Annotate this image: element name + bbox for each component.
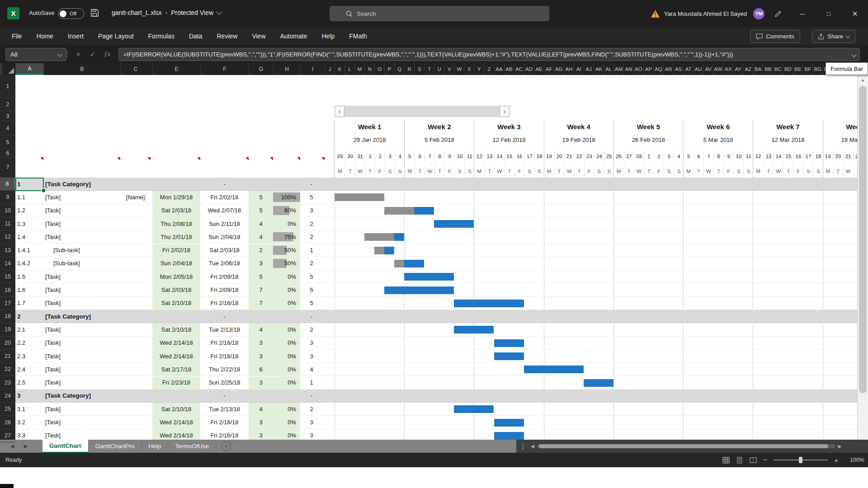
column-header-K[interactable]: K	[335, 63, 344, 75]
column-header-J[interactable]: J	[325, 63, 335, 75]
name-box[interactable]: A8	[5, 48, 66, 61]
scroll-right-button[interactable]: ›	[500, 106, 509, 117]
cell-task[interactable]: [Task]	[45, 350, 145, 362]
cell-workdays[interactable]: 2	[300, 403, 323, 415]
row-header-2[interactable]: 2	[0, 98, 15, 111]
cell-task[interactable]: [Task]	[45, 204, 145, 217]
scroll-up-icon[interactable]: ▲	[858, 76, 868, 84]
ribbon-tab-automate[interactable]: Automate	[273, 27, 315, 45]
cell-days[interactable]: 3	[249, 337, 273, 349]
cell-end[interactable]: Sun 2/04/18	[200, 230, 249, 243]
cell-end[interactable]: Fri 2/16/18	[200, 350, 249, 362]
horizontal-scrollbar[interactable]: ⋮ ◀ ▶	[516, 440, 868, 453]
ribbon-tab-insert[interactable]: Insert	[61, 27, 91, 45]
column-header-BC[interactable]: BC	[773, 63, 783, 75]
ribbon-tab-data[interactable]: Data	[182, 27, 210, 45]
cell-end[interactable]: Fri 2/02/18	[200, 191, 249, 203]
select-all-corner[interactable]	[0, 63, 15, 75]
cell-days[interactable]: 7	[249, 283, 273, 296]
cell-wbs[interactable]: 1.4	[17, 230, 43, 243]
formula-input[interactable]: =IF(ISERROR(VALUE(SUBSTITUTE(prevWBS,"."…	[118, 48, 860, 61]
column-header-X[interactable]: X	[464, 63, 474, 75]
cell-start[interactable]: Mon 1/29/18	[152, 191, 200, 203]
row-header-26[interactable]: 26	[0, 416, 15, 429]
cell-start[interactable]: Sat 2/10/18	[152, 403, 200, 415]
cell-wbs[interactable]: 2.2	[17, 337, 43, 349]
cell-start[interactable]: Wed 2/14/18	[152, 429, 200, 440]
share-button[interactable]: Share	[812, 30, 855, 43]
scroll-left-icon[interactable]: ◀	[531, 444, 534, 449]
scrollbar-thumb[interactable]	[539, 444, 828, 448]
cell-days[interactable]: 4	[249, 323, 273, 336]
cell-wbs[interactable]: 2.5	[17, 376, 43, 389]
column-header-S[interactable]: S	[414, 63, 424, 75]
row-header-1[interactable]: 1	[0, 75, 15, 98]
ribbon-tab-view[interactable]: View	[245, 27, 273, 45]
column-header-AO[interactable]: AO	[633, 63, 643, 75]
cell-days[interactable]: 4	[249, 403, 273, 415]
cell-workdays[interactable]: 5	[300, 270, 323, 283]
cell-pct-done[interactable]: 0%	[273, 416, 300, 428]
cell-pct-done[interactable]: 60%	[273, 204, 300, 217]
cell-end[interactable]: -	[200, 310, 249, 323]
column-header-BD[interactable]: BD	[783, 63, 793, 75]
cell-task[interactable]: [Task]	[45, 270, 145, 283]
zoom-slider[interactable]	[774, 460, 828, 460]
cell-end[interactable]: Tue 2/13/18	[200, 323, 249, 336]
cell-wbs[interactable]: 1.3	[17, 217, 43, 230]
cell-start[interactable]: Sun 2/04/18	[152, 257, 200, 270]
cell-workdays[interactable]: 4	[300, 363, 323, 375]
cell-end[interactable]: Fri 2/09/18	[200, 283, 249, 296]
column-header-R[interactable]: R	[404, 63, 414, 75]
row-header-12[interactable]: 12	[0, 230, 15, 244]
column-header-AC[interactable]: AC	[514, 63, 524, 75]
column-header-BG[interactable]: BG	[812, 63, 822, 75]
cell-days[interactable]: 5	[249, 204, 273, 217]
cell-wbs[interactable]: 3.1	[17, 403, 43, 415]
cell-task[interactable]: [Task]	[45, 376, 145, 389]
column-header-AW[interactable]: AW	[713, 63, 723, 75]
column-header-AG[interactable]: AG	[554, 63, 564, 75]
row-header-21[interactable]: 21	[0, 350, 15, 363]
comments-button[interactable]: Comments	[750, 30, 800, 43]
page-layout-view-icon[interactable]	[736, 457, 743, 464]
cell-wbs[interactable]: 1.2	[17, 204, 43, 217]
new-sheet-button[interactable]: +	[216, 440, 236, 453]
cell-wbs[interactable]: 1.1	[17, 191, 43, 203]
column-header-BA[interactable]: BA	[753, 63, 763, 75]
cell-end[interactable]: Fri 2/16/18	[200, 416, 249, 428]
row-header-3[interactable]: 3	[0, 111, 15, 121]
cell-workdays[interactable]: 2	[300, 230, 323, 243]
cell-start[interactable]: Mon 2/05/18	[152, 270, 200, 283]
cell-start[interactable]: Thu 2/08/18	[152, 217, 200, 230]
cell-workdays[interactable]: 3	[300, 204, 323, 217]
cell-task[interactable]: [Task Category]	[45, 310, 163, 323]
cell-end[interactable]: Thu 2/22/18	[200, 363, 249, 375]
row-header-6[interactable]: 6	[0, 149, 15, 157]
autosave-toggle[interactable]: Off	[58, 8, 84, 19]
avatar[interactable]: YM	[753, 8, 764, 19]
kebab-icon[interactable]: ⋮	[520, 443, 526, 450]
cell-start[interactable]: Wed 2/14/18	[152, 337, 200, 349]
cell-pct-done[interactable]: 0%	[273, 270, 300, 283]
cell-days[interactable]: 3	[249, 429, 273, 440]
column-header-AY[interactable]: AY	[733, 63, 743, 75]
enter-icon[interactable]: ✓	[86, 48, 99, 60]
column-header-AE[interactable]: AE	[534, 63, 544, 75]
cell-workdays[interactable]: -	[300, 178, 323, 190]
insert-function-icon[interactable]: ƒx	[100, 48, 114, 60]
save-icon[interactable]	[90, 9, 99, 19]
sheet-tab-ganttchart[interactable]: GanttChart	[42, 440, 89, 453]
column-header-W[interactable]: W	[454, 63, 464, 75]
search-input[interactable]: Search	[330, 6, 549, 21]
row-header-25[interactable]: 25	[0, 403, 15, 416]
column-header-AA[interactable]: AA	[494, 63, 504, 75]
row-header-14[interactable]: 14	[0, 257, 15, 270]
cancel-icon[interactable]: ×	[71, 48, 85, 60]
cell-days[interactable]: 2	[249, 244, 273, 257]
row-header-7[interactable]: 7	[0, 157, 15, 178]
row-header-17[interactable]: 17	[0, 297, 15, 310]
cell-end[interactable]: Fri 2/09/18	[200, 270, 249, 283]
sheet-tab-termsofuse[interactable]: TermsOfUse	[168, 440, 216, 453]
cell-pct-done[interactable]: 0%	[273, 350, 300, 362]
